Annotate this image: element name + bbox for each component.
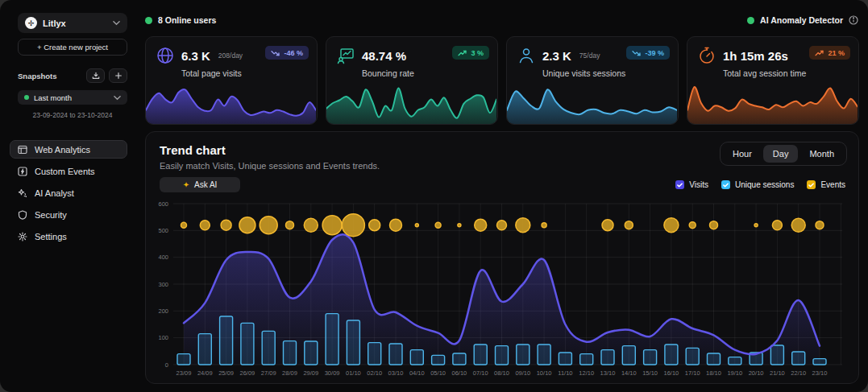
card-value: 2.3 K: [542, 49, 571, 63]
range-segmented-control: Hour Day Month: [720, 142, 847, 166]
browser-window-icon: [18, 145, 27, 155]
sidebar-item-label: Web Analytics: [35, 145, 90, 155]
gear-icon: [18, 232, 27, 241]
svg-text:200: 200: [158, 307, 168, 315]
snapshot-date-range: 23-09-2024 to 23-10-2024: [18, 111, 127, 119]
svg-text:11/10: 11/10: [558, 369, 572, 377]
legend-events[interactable]: Events: [807, 180, 845, 189]
card-value: 48.74 %: [362, 49, 406, 63]
anomaly-label: AI Anomaly Detector: [760, 15, 843, 25]
stat-card-bouncing-rate[interactable]: 48.74 % Bouncing rate 3 %: [326, 36, 498, 125]
trend-chart-panel: Trend chart Easily match Visits, Unique …: [145, 131, 859, 384]
sidebar: ✢ Litlyx + Create new project Snapshots …: [0, 0, 137, 392]
svg-text:04/10: 04/10: [409, 369, 425, 377]
topbar: 8 Online users AI Anomaly Detector: [145, 11, 858, 29]
sparkles-icon: ✦: [183, 180, 189, 189]
checkbox-unique-sessions[interactable]: [721, 180, 730, 189]
svg-text:25/09: 25/09: [218, 369, 234, 377]
legend-visits[interactable]: Visits: [675, 180, 708, 189]
svg-text:02/10: 02/10: [367, 369, 382, 377]
checkbox-visits[interactable]: [675, 180, 684, 189]
project-name: Litlyx: [43, 19, 107, 28]
sidebar-item-web-analytics[interactable]: Web Analytics: [10, 140, 127, 159]
card-value: 6.3 K: [181, 49, 210, 63]
trend-up-icon: [458, 50, 467, 56]
snapshots-label: Snapshots: [18, 72, 82, 80]
svg-text:30/09: 30/09: [325, 369, 340, 377]
trend-badge: 3 %: [452, 46, 489, 60]
range-day-button[interactable]: Day: [763, 145, 799, 163]
status-dot: [24, 95, 29, 100]
svg-text:10/10: 10/10: [537, 369, 552, 377]
sparkline-chart: [507, 82, 677, 124]
main-content: 8 Online users AI Anomaly Detector 6.3 K…: [137, 0, 868, 392]
range-month-button[interactable]: Month: [799, 145, 844, 163]
trend-chart-svg: 010020030040050060023/0924/0925/0926/092…: [152, 200, 853, 380]
trend-chart-area[interactable]: 010020030040050060023/0924/0925/0926/092…: [152, 200, 853, 383]
svg-text:09/10: 09/10: [515, 369, 530, 377]
snapshot-period-label: Last month: [34, 93, 109, 102]
lightning-square-icon: [18, 167, 27, 176]
svg-text:21/10: 21/10: [770, 369, 785, 377]
checkbox-events[interactable]: [807, 180, 816, 189]
sidebar-item-security[interactable]: Security: [10, 205, 127, 224]
sidebar-item-ai-analyst[interactable]: AI Analyst: [10, 184, 127, 202]
ask-ai-button[interactable]: ✦ Ask AI: [160, 177, 240, 192]
card-label: Bouncing rate: [362, 68, 489, 78]
presentation-icon: [336, 46, 355, 65]
svg-text:05/10: 05/10: [430, 369, 446, 377]
svg-text:24/09: 24/09: [197, 369, 213, 377]
svg-text:29/09: 29/09: [303, 369, 318, 377]
trend-down-icon: [632, 50, 641, 56]
online-users: 8 Online users: [145, 15, 216, 25]
create-new-project-button[interactable]: + Create new project: [18, 39, 127, 56]
svg-text:22/10: 22/10: [791, 369, 806, 377]
sidebar-item-label: Settings: [35, 232, 67, 241]
svg-text:07/10: 07/10: [473, 369, 488, 377]
svg-text:27/09: 27/09: [261, 369, 276, 377]
trend-chart-title: Trend chart: [160, 143, 226, 157]
add-snapshot-button[interactable]: [109, 68, 127, 83]
trend-badge: -39 %: [626, 46, 670, 60]
download-snapshot-button[interactable]: [86, 68, 105, 83]
snapshot-period-selector[interactable]: Last month: [18, 90, 127, 105]
trend-down-icon: [271, 50, 280, 56]
sparkles-icon: [18, 188, 27, 198]
svg-text:12/10: 12/10: [579, 369, 594, 377]
sidebar-item-label: AI Analyst: [35, 188, 74, 198]
trend-up-icon: [815, 50, 824, 56]
stat-card-avg-session-time[interactable]: 1h 15m 26s Total avg session time 21 %: [687, 36, 859, 125]
svg-text:03/10: 03/10: [388, 369, 404, 377]
app-window: ✢ Litlyx + Create new project Snapshots …: [0, 0, 868, 392]
card-label: Unique visits sessions: [542, 68, 670, 78]
trend-badge: 21 %: [809, 46, 850, 60]
trend-badge: -46 %: [265, 46, 309, 60]
svg-text:19/10: 19/10: [727, 369, 742, 377]
svg-text:13/10: 13/10: [600, 369, 616, 377]
sparkline-chart: [326, 82, 496, 124]
svg-text:500: 500: [158, 227, 168, 234]
globe-icon: [156, 46, 175, 65]
trend-chart-subtitle: Easily match Visits, Unique sessions and…: [160, 161, 380, 171]
shield-icon: [18, 210, 27, 220]
sidebar-item-custom-events[interactable]: Custom Events: [10, 162, 127, 180]
project-selector[interactable]: ✢ Litlyx: [18, 13, 127, 33]
chevron-down-icon: [113, 19, 120, 27]
plus-icon: [114, 72, 123, 80]
svg-text:23/10: 23/10: [812, 369, 828, 377]
chevron-down-icon: [114, 94, 121, 101]
legend-unique-sessions[interactable]: Unique sessions: [721, 180, 794, 189]
sparkline-chart: [687, 82, 858, 124]
sidebar-item-settings[interactable]: Settings: [10, 227, 127, 246]
svg-text:01/10: 01/10: [346, 369, 361, 377]
info-icon[interactable]: [849, 15, 858, 25]
stat-card-unique-visits[interactable]: 2.3 K 75/day Unique visits sessions -39 …: [506, 36, 679, 125]
svg-text:06/10: 06/10: [452, 369, 467, 377]
svg-text:28/09: 28/09: [282, 369, 297, 377]
svg-text:20/10: 20/10: [749, 369, 764, 377]
svg-text:18/10: 18/10: [706, 369, 721, 377]
person-icon: [517, 46, 536, 65]
stat-card-total-page-visits[interactable]: 6.3 K 208/day Total page visits -46 %: [145, 36, 318, 125]
range-hour-button[interactable]: Hour: [723, 145, 762, 163]
svg-text:300: 300: [158, 281, 168, 288]
